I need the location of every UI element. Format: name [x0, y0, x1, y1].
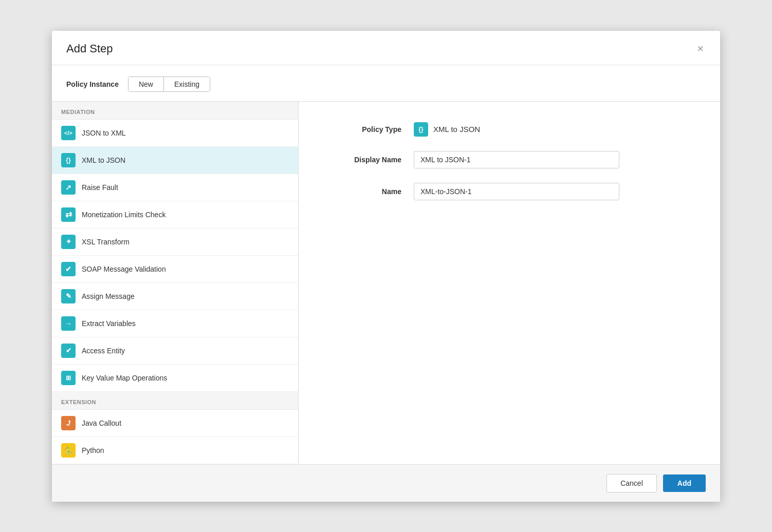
list-item-label: Monetization Limits Check [82, 211, 166, 219]
policy-type-value-icon: {} [414, 122, 428, 137]
right-panel: Policy Type {} XML to JSON Display Name … [299, 102, 720, 464]
policy-instance-row: Policy Instance New Existing [52, 65, 720, 101]
python-icon: 🐍 [61, 443, 76, 458]
dialog-header: Add Step × [52, 31, 720, 65]
cancel-button[interactable]: Cancel [606, 474, 657, 492]
list-item-xsl-transform[interactable]: ✦ XSL Transform [52, 229, 298, 256]
name-input[interactable] [414, 183, 619, 200]
soap-validation-icon: ✔ [61, 262, 76, 276]
display-name-label: Display Name [329, 156, 401, 164]
list-item-label: Extract Variables [82, 319, 136, 328]
content-area: MEDIATION </> JSON to XML {} XML to JSON… [52, 101, 720, 464]
list-item-label: Raise Fault [82, 183, 118, 192]
list-item-extract-variables[interactable]: → Extract Variables [52, 310, 298, 337]
display-name-input[interactable] [414, 151, 619, 168]
list-item-label: Java Callout [82, 419, 121, 427]
list-item-python[interactable]: 🐍 Python [52, 437, 298, 464]
xml-to-json-icon: {} [61, 153, 76, 167]
list-item-raise-fault[interactable]: ↗ Raise Fault [52, 174, 298, 201]
key-value-map-icon: ⊞ [61, 371, 76, 385]
add-step-dialog: Add Step × Policy Instance New Existing … [52, 31, 720, 502]
toggle-existing-button[interactable]: Existing [164, 77, 210, 91]
java-callout-icon: J [61, 416, 76, 430]
name-row: Name [329, 183, 689, 200]
list-item-label: XML to JSON [82, 156, 125, 164]
policy-instance-label: Policy Instance [66, 80, 119, 88]
list-item-label: Key Value Map Operations [82, 374, 167, 382]
xsl-transform-icon: ✦ [61, 235, 76, 249]
policy-type-value: {} XML to JSON [414, 122, 480, 137]
list-item-json-to-xml[interactable]: </> JSON to XML [52, 120, 298, 147]
left-panel: MEDIATION </> JSON to XML {} XML to JSON… [52, 102, 299, 464]
toggle-group: New Existing [128, 77, 210, 92]
policy-type-text: XML to JSON [433, 125, 480, 134]
list-item-assign-message[interactable]: ✎ Assign Message [52, 283, 298, 310]
toggle-new-button[interactable]: New [128, 77, 164, 91]
monetization-icon: ⇄ [61, 207, 76, 222]
dialog-title: Add Step [66, 42, 113, 55]
section-header-extension: EXTENSION [52, 392, 298, 410]
policy-type-row: Policy Type {} XML to JSON [329, 122, 689, 137]
policy-type-label: Policy Type [329, 125, 401, 134]
list-item-label: Access Entity [82, 347, 125, 355]
raise-fault-icon: ↗ [61, 180, 76, 195]
assign-message-icon: ✎ [61, 289, 76, 303]
list-item-access-entity[interactable]: ✔ Access Entity [52, 337, 298, 365]
list-item-label: SOAP Message Validation [82, 265, 166, 273]
extract-variables-icon: → [61, 316, 76, 331]
list-item-label: XSL Transform [82, 238, 130, 246]
list-item-monetization[interactable]: ⇄ Monetization Limits Check [52, 201, 298, 229]
list-item-soap-validation[interactable]: ✔ SOAP Message Validation [52, 256, 298, 283]
list-item-key-value-map[interactable]: ⊞ Key Value Map Operations [52, 365, 298, 392]
section-header-mediation: MEDIATION [52, 102, 298, 120]
add-button[interactable]: Add [663, 474, 706, 492]
list-item-xml-to-json[interactable]: {} XML to JSON [52, 147, 298, 174]
list-item-label: Assign Message [82, 292, 135, 300]
list-item-label: Python [82, 446, 104, 454]
access-entity-icon: ✔ [61, 344, 76, 358]
close-button[interactable]: × [695, 41, 706, 56]
display-name-row: Display Name [329, 151, 689, 168]
list-item-java-callout[interactable]: J Java Callout [52, 410, 298, 437]
json-to-xml-icon: </> [61, 126, 76, 140]
list-item-label: JSON to XML [82, 129, 126, 137]
name-label: Name [329, 187, 401, 196]
dialog-footer: Cancel Add [52, 464, 720, 502]
